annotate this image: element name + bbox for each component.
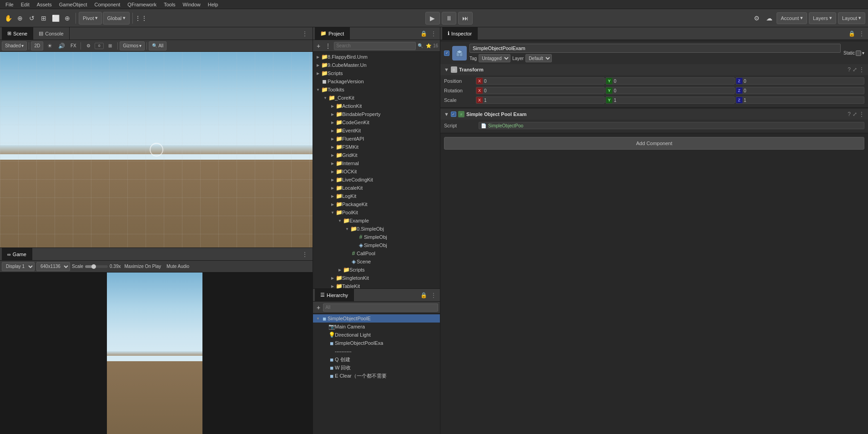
- hierarchy-item-5[interactable]: ----------: [313, 347, 440, 355]
- project-tree-item-9[interactable]: ▶📁CodeGenKit: [313, 118, 440, 126]
- hand-tool-btn[interactable]: ✋: [3, 13, 14, 24]
- 2d-btn[interactable]: 2D: [31, 41, 43, 50]
- hierarchy-item-4[interactable]: ◼SimpleObjectPoolExa: [313, 339, 440, 347]
- project-tree-item-14[interactable]: ▶📁Internal: [313, 159, 440, 167]
- rotation-z-field[interactable]: Z 0: [736, 87, 864, 94]
- layer-select[interactable]: Default: [525, 54, 552, 62]
- project-tree-item-25[interactable]: #CallPool: [313, 249, 440, 257]
- project-tree-item-27[interactable]: ▶📁Scripts: [313, 266, 440, 274]
- transform-preset-icon[interactable]: ⤢: [853, 66, 857, 73]
- rotation-x-field[interactable]: X 0: [476, 87, 605, 94]
- display-select[interactable]: Display 1: [2, 262, 35, 271]
- scene-settings-icon[interactable]: ⚙: [83, 40, 94, 51]
- pivot-btn[interactable]: Pivot ▾: [79, 12, 102, 25]
- transform-menu-icon[interactable]: ⋮: [859, 66, 864, 73]
- scale-slider[interactable]: [85, 265, 108, 268]
- project-tree-item-12[interactable]: ▶📁FSMKit: [313, 143, 440, 151]
- audio-icon[interactable]: 🔊: [56, 40, 67, 51]
- transform-tool-btn[interactable]: ⊕: [62, 13, 73, 24]
- account-button[interactable]: Account ▾: [777, 12, 807, 24]
- position-z-field[interactable]: Z 0: [736, 77, 864, 85]
- transform-help-icon[interactable]: ?: [848, 66, 851, 73]
- project-tree-item-11[interactable]: ▶📁FluentAPI: [313, 135, 440, 143]
- tab-game[interactable]: ∞ Game: [2, 248, 32, 260]
- scale-z-field[interactable]: Z 1: [736, 96, 864, 104]
- add-folder-btn[interactable]: +: [315, 42, 322, 50]
- project-tree-item-7[interactable]: ▶📁ActionKit: [313, 102, 440, 110]
- project-tree-item-6[interactable]: ▼📁_CoreKit: [313, 94, 440, 102]
- project-tree-item-16[interactable]: ▶📁LiveCodingKit: [313, 176, 440, 184]
- rect-tool-btn[interactable]: ⬜: [50, 13, 61, 24]
- render-mode-btn[interactable]: 0: [95, 43, 104, 49]
- project-tree-item-26[interactable]: ◈Scene: [313, 257, 440, 266]
- layout-button[interactable]: Layout ▾: [838, 12, 865, 24]
- project-tree-item-10[interactable]: ▶📁EventKit: [313, 126, 440, 135]
- add-component-button[interactable]: Add Component: [444, 137, 864, 150]
- hierarchy-item-7[interactable]: ◼W 回收: [313, 363, 440, 372]
- step-button[interactable]: ⏭: [458, 12, 473, 25]
- move-tool-btn[interactable]: ⊕: [15, 13, 25, 24]
- tag-select[interactable]: Untagged: [479, 54, 510, 62]
- project-tree-item-2[interactable]: ▶📁9.CubeMaster.Un: [313, 61, 440, 69]
- object-enabled-checkbox[interactable]: ✓: [444, 50, 449, 56]
- project-tree-item-4[interactable]: ◼PackageVersion: [313, 77, 440, 86]
- project-tree-item-3[interactable]: ▶📁Scripts: [313, 69, 440, 77]
- star-btn[interactable]: ⭐: [425, 43, 432, 48]
- rotate-tool-btn[interactable]: ↺: [26, 13, 37, 24]
- project-tree-item-21[interactable]: ▼📁Example: [313, 217, 440, 225]
- script-preset-icon[interactable]: ⤢: [853, 111, 857, 117]
- project-tree-item-5[interactable]: ▼📁Toolkits: [313, 86, 440, 94]
- project-tree-item-29[interactable]: ▶📁TableKit: [313, 282, 440, 288]
- collab-icon[interactable]: ⚙: [751, 13, 762, 24]
- project-tree-item-17[interactable]: ▶📁LocaleKit: [313, 184, 440, 192]
- project-tree-item-23[interactable]: #SimpleObj: [313, 233, 440, 241]
- menu-help[interactable]: Help: [204, 0, 222, 9]
- menu-edit[interactable]: Edit: [17, 0, 33, 9]
- script-help-icon[interactable]: ?: [848, 111, 851, 117]
- hierarchy-item-6[interactable]: ◼Q 创建: [313, 355, 440, 363]
- project-tree-item-28[interactable]: ▶📁SingletonKit: [313, 274, 440, 282]
- tab-scene[interactable]: ⊞ Scene: [2, 27, 33, 40]
- project-tree-item-24[interactable]: ◈SimpleObj: [313, 241, 440, 249]
- inspector-options-icon[interactable]: ⋮: [859, 30, 864, 37]
- project-lock-icon[interactable]: 🔒: [420, 30, 427, 37]
- scene-viewport[interactable]: [0, 52, 313, 247]
- hierarchy-item-1[interactable]: ▼◼SimpleObjectPoolE: [313, 314, 440, 323]
- script-menu-icon[interactable]: ⋮: [859, 111, 864, 117]
- scale-y-field[interactable]: Y 1: [606, 96, 734, 104]
- shaded-dropdown[interactable]: Shaded ▾: [2, 41, 27, 50]
- fx-icon[interactable]: FX: [68, 40, 79, 51]
- script-field-value[interactable]: 📄 SimpleObjectPoo: [479, 122, 864, 129]
- project-tree-item-15[interactable]: ▶📁IOCKit: [313, 167, 440, 176]
- project-search-input[interactable]: [334, 42, 416, 50]
- project-tree-item-18[interactable]: ▶📁LogKit: [313, 192, 440, 200]
- static-arrow[interactable]: ▾: [862, 50, 864, 56]
- menu-qframework[interactable]: QFramework: [124, 0, 160, 9]
- menu-assets[interactable]: Assets: [33, 0, 56, 9]
- position-y-field[interactable]: Y 0: [606, 77, 734, 85]
- tab-hierarchy[interactable]: ☰ Hierarchy: [315, 289, 354, 301]
- hierarchy-options-icon[interactable]: ⋮: [431, 292, 436, 298]
- transform-header[interactable]: ▼ ⊕ Transform ? ⤢ ⋮: [440, 64, 868, 75]
- object-name-input[interactable]: [469, 44, 841, 53]
- tab-more-btn[interactable]: ⋮: [299, 30, 311, 37]
- pause-button[interactable]: ⏸: [442, 12, 456, 25]
- filter-btn[interactable]: 🔍: [417, 43, 424, 48]
- inspector-lock-icon[interactable]: 🔒: [848, 30, 855, 37]
- hierarchy-add-btn[interactable]: +: [315, 304, 322, 311]
- tab-inspector[interactable]: ℹ Inspector: [442, 27, 478, 40]
- hierarchy-item-2[interactable]: 📷Main Camera: [313, 323, 440, 331]
- all-btn[interactable]: 🔍 All: [149, 41, 167, 50]
- tab-console[interactable]: ▤ Console: [33, 27, 69, 40]
- position-x-field[interactable]: X 0: [476, 77, 605, 85]
- project-tree-item-8[interactable]: ▶📁BindableProperty: [313, 110, 440, 118]
- project-tree-item-19[interactable]: ▶📁PackageKit: [313, 200, 440, 208]
- script-header[interactable]: ▼ ✓ # Simple Object Pool Exam ? ⤢ ⋮: [440, 109, 868, 120]
- grid-icon[interactable]: ⊞: [105, 40, 116, 51]
- layers-button[interactable]: Layers ▾: [809, 12, 836, 24]
- scale-tool-btn[interactable]: ⊞: [38, 13, 49, 24]
- hierarchy-item-8[interactable]: ◼E Clear（一个都不需要: [313, 372, 440, 380]
- snap-icon[interactable]: ⋮⋮: [136, 13, 146, 24]
- tab-project[interactable]: 📁 Project: [315, 27, 350, 40]
- menu-tools[interactable]: Tools: [160, 0, 179, 9]
